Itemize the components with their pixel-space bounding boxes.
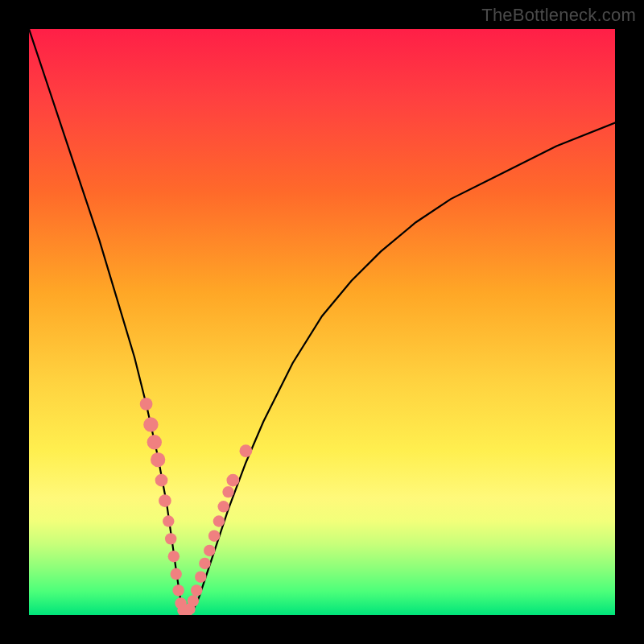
marker-dot [172,584,184,596]
plot-area [29,29,615,615]
curve-line [29,29,615,614]
marker-dot [199,558,210,569]
marker-group [140,398,252,615]
marker-dot [155,474,168,487]
marker-dot [213,515,225,526]
marker-dot [204,545,215,556]
marker-dot [171,568,182,580]
marker-dot [188,595,199,606]
chart-frame: TheBottleneck.com [0,0,644,644]
marker-dot [151,452,165,467]
marker-dot [168,551,180,562]
marker-dot [217,501,229,512]
marker-dot [143,417,158,431]
chart-svg [29,29,615,615]
marker-dot [165,533,176,544]
marker-dot [140,398,153,411]
marker-dot [226,474,239,487]
marker-dot [195,571,206,582]
marker-dot [240,444,253,457]
marker-dot [222,486,233,497]
marker-dot [208,530,220,542]
marker-dot [163,515,174,526]
marker-dot [147,435,162,449]
watermark-text: TheBottleneck.com [481,5,636,26]
marker-dot [159,494,171,507]
marker-dot [191,584,202,596]
